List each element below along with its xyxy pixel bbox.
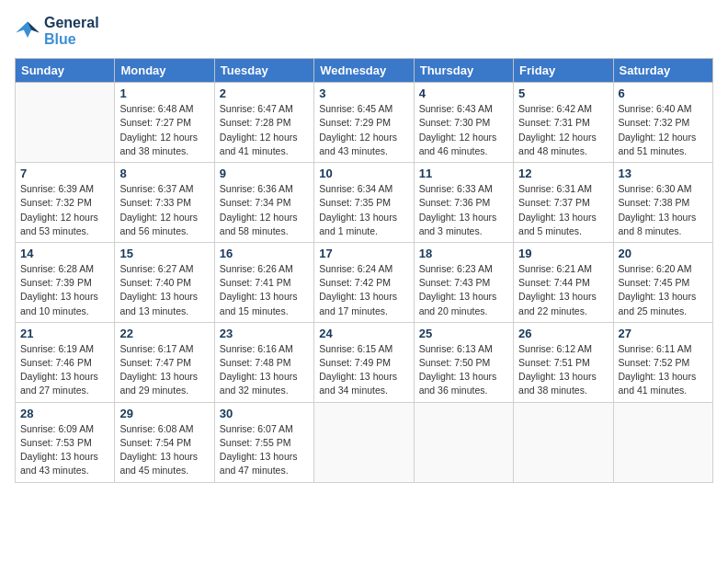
- day-info: Sunrise: 6:39 AMSunset: 7:32 PMDaylight:…: [20, 182, 109, 238]
- daylight-label: Daylight: 12 hours: [119, 131, 209, 144]
- daylight-label: Daylight: 12 hours: [220, 211, 309, 224]
- sunrise-line: Sunrise: 6:19 AM: [20, 342, 109, 356]
- daylight-value: and 45 minutes.: [119, 464, 209, 477]
- calendar-cell: 20Sunrise: 6:20 AMSunset: 7:45 PMDayligh…: [613, 242, 712, 322]
- daylight-value: and 38 minutes.: [119, 144, 209, 158]
- calendar-cell: [314, 402, 414, 482]
- calendar-cell: 29Sunrise: 6:08 AMSunset: 7:54 PMDayligh…: [115, 402, 214, 482]
- weekday-header-thursday: Thursday: [414, 59, 513, 83]
- sunset-line: Sunset: 7:27 PM: [119, 116, 209, 130]
- calendar-cell: 3Sunrise: 6:45 AMSunset: 7:29 PMDaylight…: [314, 83, 414, 163]
- weekday-header-tuesday: Tuesday: [214, 59, 313, 83]
- logo: General Blue: [15, 15, 99, 47]
- daylight-label: Daylight: 13 hours: [20, 290, 109, 304]
- sunrise-line: Sunrise: 6:26 AM: [220, 262, 309, 276]
- calendar-cell: 13Sunrise: 6:30 AMSunset: 7:38 PMDayligh…: [613, 163, 712, 243]
- daylight-value: and 56 minutes.: [119, 224, 209, 238]
- daylight-label: Daylight: 12 hours: [619, 131, 708, 144]
- daylight-label: Daylight: 13 hours: [119, 290, 209, 304]
- daylight-value: and 22 minutes.: [518, 304, 608, 318]
- day-info: Sunrise: 6:37 AMSunset: 7:33 PMDaylight:…: [119, 182, 209, 238]
- sunrise-line: Sunrise: 6:20 AM: [619, 262, 708, 276]
- daylight-value: and 36 minutes.: [419, 384, 508, 397]
- sunset-line: Sunset: 7:44 PM: [518, 276, 608, 290]
- sunrise-line: Sunrise: 6:36 AM: [220, 182, 309, 196]
- sunset-line: Sunset: 7:29 PM: [319, 116, 408, 130]
- sunrise-line: Sunrise: 6:42 AM: [518, 102, 608, 116]
- daylight-value: and 27 minutes.: [20, 384, 109, 397]
- sunset-line: Sunset: 7:32 PM: [20, 196, 109, 210]
- daylight-label: Daylight: 13 hours: [518, 290, 608, 304]
- daylight-value: and 47 minutes.: [220, 464, 309, 477]
- sunset-line: Sunset: 7:35 PM: [319, 196, 408, 210]
- daylight-value: and 10 minutes.: [20, 304, 109, 318]
- sunrise-line: Sunrise: 6:40 AM: [619, 102, 708, 116]
- weekday-header-sunday: Sunday: [16, 59, 115, 83]
- calendar-cell: 18Sunrise: 6:23 AMSunset: 7:43 PMDayligh…: [414, 242, 513, 322]
- day-info: Sunrise: 6:07 AMSunset: 7:55 PMDaylight:…: [220, 422, 309, 478]
- day-number: 2: [220, 86, 309, 100]
- day-info: Sunrise: 6:33 AMSunset: 7:36 PMDaylight:…: [419, 182, 508, 238]
- day-info: Sunrise: 6:43 AMSunset: 7:30 PMDaylight:…: [419, 102, 508, 158]
- sunset-line: Sunset: 7:32 PM: [619, 116, 708, 130]
- week-row-4: 21Sunrise: 6:19 AMSunset: 7:46 PMDayligh…: [16, 322, 713, 402]
- week-row-3: 14Sunrise: 6:28 AMSunset: 7:39 PMDayligh…: [16, 242, 713, 322]
- daylight-value: and 13 minutes.: [119, 304, 209, 318]
- sunset-line: Sunset: 7:36 PM: [419, 196, 508, 210]
- sunset-line: Sunset: 7:49 PM: [319, 356, 408, 370]
- calendar-cell: [414, 402, 513, 482]
- sunrise-line: Sunrise: 6:23 AM: [419, 262, 508, 276]
- day-info: Sunrise: 6:15 AMSunset: 7:49 PMDaylight:…: [319, 342, 408, 398]
- day-info: Sunrise: 6:42 AMSunset: 7:31 PMDaylight:…: [518, 102, 608, 158]
- daylight-label: Daylight: 13 hours: [220, 370, 309, 384]
- sunrise-line: Sunrise: 6:39 AM: [20, 182, 109, 196]
- day-number: 20: [619, 247, 708, 260]
- day-info: Sunrise: 6:28 AMSunset: 7:39 PMDaylight:…: [20, 262, 109, 318]
- day-number: 4: [419, 86, 508, 100]
- sunrise-line: Sunrise: 6:27 AM: [119, 262, 209, 276]
- daylight-value: and 1 minute.: [319, 224, 408, 238]
- day-info: Sunrise: 6:11 AMSunset: 7:52 PMDaylight:…: [619, 342, 708, 398]
- daylight-value: and 58 minutes.: [220, 224, 309, 238]
- calendar-cell: 12Sunrise: 6:31 AMSunset: 7:37 PMDayligh…: [514, 163, 613, 243]
- calendar-cell: [514, 402, 613, 482]
- daylight-label: Daylight: 13 hours: [419, 290, 508, 304]
- day-info: Sunrise: 6:17 AMSunset: 7:47 PMDaylight:…: [119, 342, 209, 398]
- day-number: 7: [20, 167, 109, 180]
- day-number: 5: [518, 86, 608, 100]
- sunset-line: Sunset: 7:37 PM: [518, 196, 608, 210]
- daylight-label: Daylight: 13 hours: [619, 290, 708, 304]
- sunset-line: Sunset: 7:48 PM: [220, 356, 309, 370]
- day-info: Sunrise: 6:34 AMSunset: 7:35 PMDaylight:…: [319, 182, 408, 238]
- daylight-value: and 20 minutes.: [419, 304, 508, 318]
- daylight-value: and 38 minutes.: [518, 384, 608, 397]
- day-number: 16: [220, 247, 309, 260]
- daylight-label: Daylight: 13 hours: [220, 450, 309, 464]
- weekday-header-friday: Friday: [514, 59, 613, 83]
- sunrise-line: Sunrise: 6:09 AM: [20, 422, 109, 436]
- day-number: 15: [119, 247, 209, 260]
- day-number: 21: [20, 327, 109, 340]
- sunrise-line: Sunrise: 6:15 AM: [319, 342, 408, 356]
- sunset-line: Sunset: 7:54 PM: [119, 436, 209, 450]
- sunset-line: Sunset: 7:53 PM: [20, 436, 109, 450]
- sunset-line: Sunset: 7:52 PM: [619, 356, 708, 370]
- daylight-value: and 48 minutes.: [518, 144, 608, 158]
- daylight-label: Daylight: 13 hours: [419, 370, 508, 384]
- daylight-value: and 29 minutes.: [119, 384, 209, 397]
- calendar-cell: 5Sunrise: 6:42 AMSunset: 7:31 PMDaylight…: [514, 83, 613, 163]
- sunrise-line: Sunrise: 6:34 AM: [319, 182, 408, 196]
- sunrise-line: Sunrise: 6:37 AM: [119, 182, 209, 196]
- sunset-line: Sunset: 7:43 PM: [419, 276, 508, 290]
- sunset-line: Sunset: 7:41 PM: [220, 276, 309, 290]
- daylight-label: Daylight: 13 hours: [518, 370, 608, 384]
- daylight-value: and 51 minutes.: [619, 144, 708, 158]
- daylight-label: Daylight: 12 hours: [20, 211, 109, 224]
- sunrise-line: Sunrise: 6:33 AM: [419, 182, 508, 196]
- sunset-line: Sunset: 7:45 PM: [619, 276, 708, 290]
- day-info: Sunrise: 6:45 AMSunset: 7:29 PMDaylight:…: [319, 102, 408, 158]
- calendar-cell: 17Sunrise: 6:24 AMSunset: 7:42 PMDayligh…: [314, 242, 414, 322]
- day-number: 19: [518, 247, 608, 260]
- calendar-cell: 25Sunrise: 6:13 AMSunset: 7:50 PMDayligh…: [414, 322, 513, 402]
- sunrise-line: Sunrise: 6:07 AM: [220, 422, 309, 436]
